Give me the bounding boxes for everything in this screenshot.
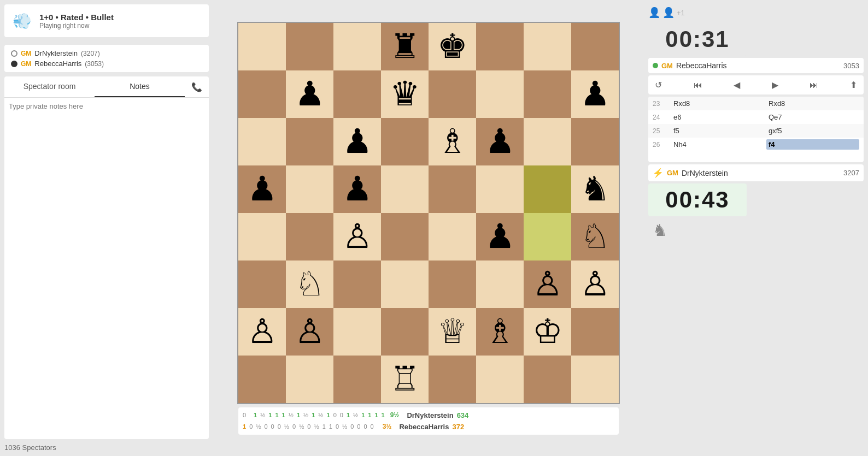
move-white-25[interactable]: f5 [671,126,764,136]
cell-c1[interactable] [333,356,381,403]
cell-f5[interactable] [476,165,524,213]
top-player-rating: 3053 [843,62,859,70]
cell-d3[interactable] [381,260,429,308]
piece-h5: ♞ [580,172,611,206]
notes-input[interactable] [9,102,204,435]
move-black-24[interactable]: Qe7 [766,112,859,122]
top-online-dot [653,63,658,68]
spectator-icons-row: 👤 👤 +1 [648,4,864,21]
cell-a5[interactable]: ♟ [238,165,286,213]
cell-c7[interactable] [333,70,381,118]
cell-d1[interactable]: ♖ [381,356,429,403]
move-white-23[interactable]: Rxd8 [671,98,764,109]
cell-h8[interactable] [571,23,619,70]
cell-a1[interactable] [238,356,286,403]
next-move-button[interactable]: ▶ [770,78,781,92]
cell-a2[interactable]: ♙ [238,308,286,356]
cell-f4[interactable]: ♟ [476,213,524,260]
piece-e8: ♚ [437,29,468,63]
cell-c2[interactable] [333,308,381,356]
cell-e7[interactable] [429,70,476,118]
flip-board-button[interactable]: ↺ [653,78,664,92]
cell-g2[interactable]: ♔ [524,308,571,356]
cell-a3[interactable] [238,260,286,308]
last-move-button[interactable]: ⏭ [807,78,820,92]
cell-b5[interactable] [286,165,333,213]
cell-h5[interactable]: ♞ [571,165,619,213]
cell-e5[interactable] [429,165,476,213]
cell-e6[interactable]: ♗ [429,118,476,165]
cell-b8[interactable] [286,23,333,70]
cell-c5[interactable]: ♟ [333,165,381,213]
cell-g1[interactable] [524,356,571,403]
move-white-24[interactable]: e6 [671,112,764,122]
cell-a6[interactable] [238,118,286,165]
cell-f6[interactable]: ♟ [476,118,524,165]
share-button[interactable]: ⬆ [848,78,859,92]
cell-c6[interactable]: ♟ [333,118,381,165]
first-move-button[interactable]: ⏮ [691,78,705,92]
cell-b2[interactable]: ♙ [286,308,333,356]
cell-g5[interactable] [524,165,571,213]
cell-d5[interactable] [381,165,429,213]
move-black-26[interactable]: f4 [766,139,859,150]
cell-e3[interactable] [429,260,476,308]
move-white-26[interactable]: Nh4 [671,139,764,150]
cell-e1[interactable] [429,356,476,403]
move-list[interactable]: 23 Rxd8 Rxd8 24 e6 Qe7 25 f5 gxf5 26 Nh4… [648,97,864,162]
phone-icon[interactable]: 📞 [185,78,209,97]
cell-f8[interactable] [476,23,524,70]
cell-a4[interactable] [238,213,286,260]
player-name-black: RebeccaHarris [34,60,81,68]
cell-b4[interactable] [286,213,333,260]
cell-g7[interactable] [524,70,571,118]
cell-c3[interactable] [333,260,381,308]
cell-e8[interactable]: ♚ [429,23,476,70]
cell-f2[interactable]: ♗ [476,308,524,356]
cell-g3[interactable]: ♙ [524,260,571,308]
cell-c4[interactable]: ♙ [333,213,381,260]
cell-h6[interactable] [571,118,619,165]
cell-c8[interactable] [333,23,381,70]
cell-g6[interactable] [524,118,571,165]
cell-f1[interactable] [476,356,524,403]
cell-b1[interactable] [286,356,333,403]
cell-f3[interactable] [476,260,524,308]
tab-notes[interactable]: Notes [95,76,185,97]
cell-e2[interactable]: ♕ [429,308,476,356]
score-total-bottom: 372 [452,423,464,431]
cell-b7[interactable]: ♟ [286,70,333,118]
bottom-player-rating: 3207 [843,169,859,177]
cell-d7[interactable]: ♛ [381,70,429,118]
game-meta: 1+0 • Rated • Bullet Playing right now [39,13,202,29]
cell-g8[interactable] [524,23,571,70]
cell-a7[interactable] [238,70,286,118]
spec-icon-2: 👤 [662,7,675,19]
move-row-25: 25 f5 gxf5 [648,124,864,138]
top-player-info: GM RebeccaHarris 3053 [648,58,864,73]
cell-h4[interactable]: ♘ [571,213,619,260]
cell-h1[interactable] [571,356,619,403]
cell-d6[interactable] [381,118,429,165]
cell-h3[interactable]: ♙ [571,260,619,308]
cell-f7[interactable] [476,70,524,118]
cell-a8[interactable] [238,23,286,70]
prev-move-button[interactable]: ◀ [731,78,742,92]
move-black-23[interactable]: Rxd8 [766,98,859,109]
cell-e4[interactable] [429,213,476,260]
move-black-25[interactable]: gxf5 [766,126,859,136]
cell-d8[interactable]: ♜ [381,23,429,70]
tab-spectator-room[interactable]: Spectator room [4,76,95,97]
cell-h7[interactable]: ♟ [571,70,619,118]
cell-g4[interactable] [524,213,571,260]
cell-d4[interactable] [381,213,429,260]
cell-b6[interactable] [286,118,333,165]
cell-d2[interactable] [381,308,429,356]
gm-badge-black: GM [21,60,31,68]
piece-g2: ♔ [532,315,563,348]
cell-b3[interactable]: ♘ [286,260,333,308]
piece-a2: ♙ [247,315,278,348]
knight-icon: ♞ [653,221,667,240]
move-num-25: 25 [653,127,669,135]
cell-h2[interactable] [571,308,619,356]
